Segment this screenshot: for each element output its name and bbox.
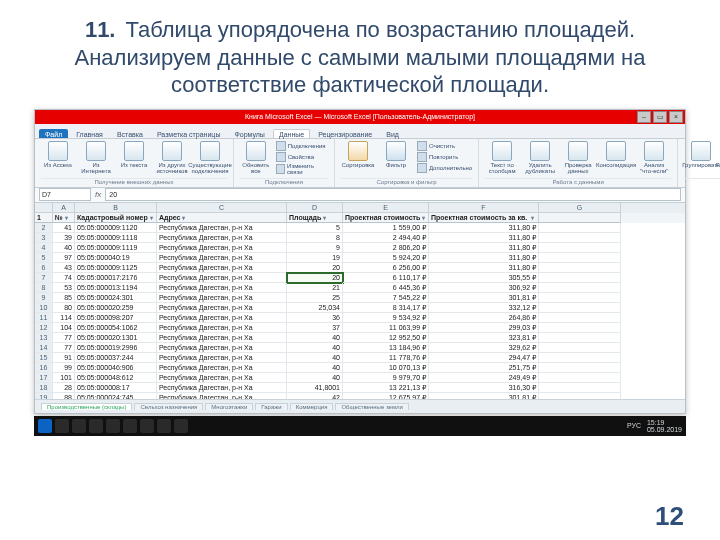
table-row[interactable]: 137705:05:000020:1301Республика Дагестан… (35, 333, 685, 343)
ribbon-small-button[interactable]: Дополнительно (417, 163, 472, 173)
maximize-button[interactable]: ▭ (653, 111, 667, 123)
group-label: Структура (684, 178, 720, 185)
ribbon-button[interactable]: Удалить дубликаты (523, 141, 557, 174)
table-row[interactable]: 169905:05:000046:906Республика Дагестан,… (35, 363, 685, 373)
ribbon-tab[interactable]: Формулы (228, 129, 270, 138)
hdr-perkv[interactable]: Проектная стоимость за кв. (429, 213, 539, 223)
ribbon-button[interactable]: Анализ "что-если" (637, 141, 671, 174)
task-icon[interactable] (123, 419, 137, 433)
task-icon[interactable] (55, 419, 69, 433)
ribbon-button[interactable]: Из Интернета (79, 141, 113, 174)
table-row[interactable]: 182805:05:000008:17Республика Дагестан, … (35, 383, 685, 393)
ribbon-small-button[interactable]: Свойства (276, 152, 328, 162)
table-row[interactable]: 98505:05:000024:301Республика Дагестан, … (35, 293, 685, 303)
fx-icon[interactable]: fx (95, 190, 101, 199)
col-letter[interactable]: D (287, 203, 343, 213)
ribbon-button[interactable]: Из текста (117, 141, 151, 168)
start-button[interactable] (38, 419, 52, 433)
ribbon-tab[interactable]: Разметка страницы (151, 129, 227, 138)
ribbon-tab[interactable]: Рецензирование (312, 129, 378, 138)
col-letter[interactable]: B (75, 203, 157, 213)
table-row[interactable]: 1210405:05:000054:1062Республика Дагеста… (35, 323, 685, 333)
ribbon-small-button[interactable]: Подключения (276, 141, 328, 151)
minimize-button[interactable]: – (637, 111, 651, 123)
refresh-all-button[interactable]: Обновить все (240, 141, 272, 174)
hdr-cadastre[interactable]: Кадастровый номер (75, 213, 157, 223)
ribbon-button[interactable]: Консолидация (599, 141, 633, 168)
sheet-tabs: Производственные (склады)Сельхоз назначе… (35, 399, 685, 413)
col-letter[interactable]: F (429, 203, 539, 213)
ribbon-small-button[interactable]: Повторить (417, 152, 472, 162)
table-row[interactable]: 108005:05:000020:259Республика Дагестан,… (35, 303, 685, 313)
worksheet[interactable]: ABCDEFG 1 № Кадастровый номер Адрес Площ… (35, 203, 685, 399)
sheet-tab[interactable]: Общественные земли (335, 403, 408, 410)
table-row[interactable]: 24105:05:000009:1120Республика Дагестан,… (35, 223, 685, 233)
name-box[interactable]: D7 (39, 188, 91, 201)
group-label: Сортировка и фильтр (341, 178, 472, 185)
group-label: Работа с данными (485, 178, 671, 185)
taskbar: РУС 15:1905.09.2019 (34, 416, 686, 436)
ribbon-button[interactable]: Существующие подключения (193, 141, 227, 174)
formula-input[interactable]: 20 (105, 188, 681, 201)
group-label: Подключения (240, 178, 328, 185)
col-letter[interactable]: E (343, 203, 429, 213)
task-icon[interactable] (140, 419, 154, 433)
table-row[interactable]: 64305:05:000009:1125Республика Дагестан,… (35, 263, 685, 273)
sheet-tab[interactable]: Коммерция (290, 403, 334, 410)
slide-title-text: Таблица упорядочена по возрастанию площа… (75, 17, 646, 97)
table-row[interactable]: 159105:05:000037:244Республика Дагестан,… (35, 353, 685, 363)
ribbon-tab[interactable]: Вид (380, 129, 405, 138)
col-letter[interactable]: A (53, 203, 75, 213)
lang-indicator[interactable]: РУС (627, 422, 641, 429)
ribbon-button[interactable]: Проверка данных (561, 141, 595, 174)
table-row[interactable]: 1710105:05:000048:612Республика Дагестан… (35, 373, 685, 383)
ribbon-tab[interactable]: Вставка (111, 129, 149, 138)
sheet-tab[interactable]: Многоэтажки (205, 403, 253, 410)
ribbon-small-button[interactable]: Очистить (417, 141, 472, 151)
hdr-area[interactable]: Площадь (287, 213, 343, 223)
sheet-tab[interactable]: Производственные (склады) (41, 403, 132, 410)
ribbon-tab[interactable]: Файл (39, 129, 68, 138)
group-label: Получение внешних данных (41, 178, 227, 185)
ribbon-small-button[interactable]: Изменить связи (276, 163, 328, 175)
close-button[interactable]: × (669, 111, 683, 123)
hdr-cost[interactable]: Проектная стоимость (343, 213, 429, 223)
table-row[interactable]: 44005:05:000009:1119Республика Дагестан,… (35, 243, 685, 253)
table-row[interactable]: 85305:05:000013:1194Республика Дагестан,… (35, 283, 685, 293)
task-icon[interactable] (174, 419, 188, 433)
clock[interactable]: 15:1905.09.2019 (647, 419, 682, 433)
hdr-address[interactable]: Адрес (157, 213, 287, 223)
table-row[interactable]: 59705:05:000040:19Республика Дагестан, р… (35, 253, 685, 263)
ribbon-button[interactable]: Группировать (684, 141, 718, 168)
group-outline: ГруппироватьРазгруппироватьПромежуточный… (678, 139, 720, 187)
table-row[interactable]: 77405:05:000017:2176Республика Дагестан,… (35, 273, 685, 283)
task-icon[interactable] (89, 419, 103, 433)
ribbon-button[interactable]: Из других источников (155, 141, 189, 174)
ribbon-button[interactable]: Текст по столбцам (485, 141, 519, 174)
table-header-row: 1 № Кадастровый номер Адрес Площадь Прое… (35, 213, 685, 223)
group-data-tools: Текст по столбцамУдалить дубликатыПровер… (479, 139, 678, 187)
ribbon-tab[interactable]: Главная (70, 129, 109, 138)
table-row[interactable]: 147705:05:000019:2996Республика Дагестан… (35, 343, 685, 353)
task-icon[interactable] (157, 419, 171, 433)
page-number: 12 (655, 501, 684, 532)
col-letter[interactable] (35, 203, 53, 213)
sheet-tab[interactable]: Гаражи (255, 403, 287, 410)
ribbon-button[interactable]: Из Access (41, 141, 75, 168)
table-row[interactable]: 1111405:05:000098:207Республика Дагестан… (35, 313, 685, 323)
ribbon-tab[interactable]: Данные (273, 129, 310, 138)
sort-button[interactable]: Сортировка (341, 141, 375, 168)
ribbon-tabs: ФайлГлавнаяВставкаРазметка страницыФорму… (35, 124, 685, 139)
col-letter[interactable]: G (539, 203, 621, 213)
hdr-id[interactable]: № (53, 213, 75, 223)
table-row[interactable]: 198805:05:000024:745Республика Дагестан,… (35, 393, 685, 399)
task-icon[interactable] (106, 419, 120, 433)
table-row[interactable]: 33905:05:000009:1118Республика Дагестан,… (35, 233, 685, 243)
task-icon[interactable] (72, 419, 86, 433)
filter-button[interactable]: Фильтр (379, 141, 413, 168)
col-letter[interactable]: C (157, 203, 287, 213)
group-get-external: Из AccessИз ИнтернетаИз текстаИз других … (35, 139, 234, 187)
column-headers: ABCDEFG (35, 203, 685, 213)
sheet-tab[interactable]: Сельхоз назначения (134, 403, 203, 410)
titlebar: Книга Microsoft Excel — Microsoft Excel … (35, 110, 685, 124)
